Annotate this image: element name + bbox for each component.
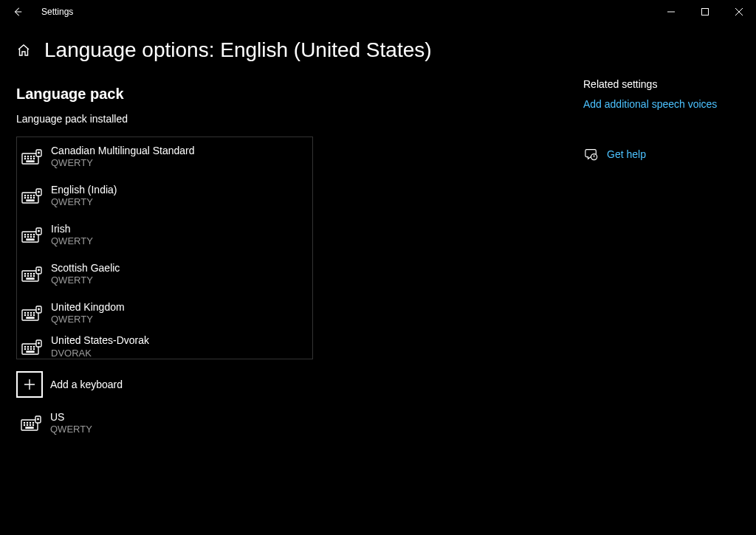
svg-point-17 bbox=[24, 197, 25, 198]
svg-point-68 bbox=[24, 422, 24, 423]
plus-icon bbox=[16, 371, 43, 398]
close-button[interactable] bbox=[722, 0, 756, 24]
svg-point-49 bbox=[33, 312, 34, 313]
keyboard-layout: QWERTY bbox=[51, 196, 117, 208]
keyboard-item[interactable]: United States-Dvorak DVORAK bbox=[17, 333, 312, 359]
maximize-button[interactable] bbox=[688, 0, 722, 24]
svg-point-48 bbox=[30, 312, 31, 313]
svg-point-69 bbox=[27, 422, 27, 423]
svg-point-63 bbox=[30, 348, 31, 349]
svg-point-14 bbox=[27, 195, 28, 196]
svg-point-7 bbox=[27, 158, 28, 159]
keyboard-item[interactable]: Scottish Gaelic QWERTY bbox=[17, 255, 312, 294]
svg-rect-0 bbox=[702, 9, 709, 15]
svg-point-38 bbox=[33, 273, 34, 274]
svg-rect-10 bbox=[27, 161, 34, 162]
svg-point-46 bbox=[24, 312, 25, 313]
svg-point-13 bbox=[24, 195, 25, 196]
svg-point-50 bbox=[24, 314, 25, 315]
svg-rect-54 bbox=[27, 317, 34, 318]
keyboard-icon bbox=[20, 184, 44, 208]
svg-point-5 bbox=[33, 156, 34, 156]
keyboard-name: United Kingdom bbox=[51, 301, 125, 314]
language-pack-status: Language pack installed bbox=[16, 113, 326, 125]
titlebar: Settings bbox=[0, 0, 756, 24]
svg-point-61 bbox=[24, 348, 25, 349]
svg-point-9 bbox=[33, 158, 34, 159]
keyboard-layout: QWERTY bbox=[50, 424, 92, 435]
svg-rect-43 bbox=[27, 278, 34, 279]
keyboard-item[interactable]: US QWERTY bbox=[16, 404, 326, 443]
keyboard-icon bbox=[20, 224, 44, 247]
back-button[interactable] bbox=[6, 0, 30, 24]
home-icon[interactable] bbox=[16, 43, 31, 58]
keyboard-icon bbox=[20, 145, 44, 169]
svg-point-37 bbox=[30, 273, 31, 274]
svg-point-62 bbox=[27, 348, 28, 349]
svg-point-60 bbox=[33, 346, 34, 347]
svg-point-18 bbox=[27, 197, 28, 198]
svg-point-57 bbox=[24, 346, 25, 347]
page-title: Language options: English (United States… bbox=[44, 38, 432, 62]
svg-point-16 bbox=[33, 195, 34, 196]
keyboard-layout: QWERTY bbox=[51, 314, 125, 325]
keyboard-icon bbox=[20, 302, 44, 325]
related-settings-heading: Related settings bbox=[583, 78, 746, 90]
keyboard-layout: QWERTY bbox=[51, 235, 93, 247]
page-header: Language options: English (United States… bbox=[0, 38, 756, 62]
svg-point-30 bbox=[30, 236, 31, 237]
main-column: Language pack Language pack installed Ca… bbox=[16, 86, 326, 443]
svg-point-24 bbox=[24, 234, 25, 235]
svg-rect-76 bbox=[26, 427, 33, 428]
svg-point-73 bbox=[27, 424, 27, 425]
svg-rect-65 bbox=[27, 351, 34, 352]
keyboard-item[interactable]: English (India) QWERTY bbox=[17, 176, 312, 215]
keyboard-icon bbox=[20, 263, 44, 286]
keyboard-icon bbox=[19, 412, 43, 435]
svg-point-53 bbox=[33, 314, 34, 315]
keyboard-name: US bbox=[50, 411, 92, 424]
keyboard-item[interactable]: United Kingdom QWERTY bbox=[17, 294, 312, 333]
svg-point-36 bbox=[27, 273, 28, 274]
svg-point-35 bbox=[24, 273, 25, 274]
svg-point-70 bbox=[30, 422, 30, 423]
svg-point-64 bbox=[33, 348, 34, 349]
language-pack-heading: Language pack bbox=[16, 86, 326, 103]
svg-point-20 bbox=[33, 197, 34, 198]
keyboard-name: Scottish Gaelic bbox=[51, 262, 120, 275]
svg-point-58 bbox=[27, 346, 28, 347]
get-help-link[interactable]: Get help bbox=[607, 148, 646, 160]
svg-point-59 bbox=[30, 346, 31, 347]
svg-point-52 bbox=[30, 314, 31, 315]
keyboard-icon bbox=[20, 336, 44, 359]
add-speech-voices-link[interactable]: Add additional speech voices bbox=[583, 98, 717, 110]
svg-point-72 bbox=[24, 424, 24, 425]
keyboard-item[interactable]: Irish QWERTY bbox=[17, 215, 312, 255]
window-title: Settings bbox=[41, 7, 73, 17]
keyboard-item[interactable]: Canadian Multilingual Standard QWERTY bbox=[17, 137, 312, 176]
add-keyboard-button[interactable]: Add a keyboard bbox=[16, 365, 326, 404]
keyboard-list-scroll[interactable]: Canadian Multilingual Standard QWERTY bbox=[16, 137, 313, 359]
keyboard-layout: QWERTY bbox=[51, 157, 195, 169]
minimize-button[interactable] bbox=[654, 0, 688, 24]
svg-rect-21 bbox=[27, 200, 34, 201]
svg-point-26 bbox=[30, 234, 31, 235]
svg-rect-32 bbox=[27, 239, 34, 240]
add-keyboard-label: Add a keyboard bbox=[50, 379, 123, 390]
svg-point-3 bbox=[27, 156, 28, 156]
svg-point-40 bbox=[27, 275, 28, 276]
svg-point-47 bbox=[27, 312, 28, 313]
keyboard-name: Irish bbox=[51, 223, 93, 236]
related-settings-panel: Related settings Add additional speech v… bbox=[583, 78, 746, 162]
keyboard-name: English (India) bbox=[51, 184, 117, 197]
svg-point-4 bbox=[30, 156, 31, 156]
svg-point-41 bbox=[30, 275, 31, 276]
svg-point-15 bbox=[30, 195, 31, 196]
svg-point-2 bbox=[24, 156, 25, 156]
svg-point-74 bbox=[30, 424, 30, 425]
svg-point-51 bbox=[27, 314, 28, 315]
svg-point-25 bbox=[27, 234, 28, 235]
keyboard-name: Canadian Multilingual Standard bbox=[51, 145, 195, 158]
svg-point-6 bbox=[24, 158, 25, 159]
svg-point-29 bbox=[27, 236, 28, 237]
